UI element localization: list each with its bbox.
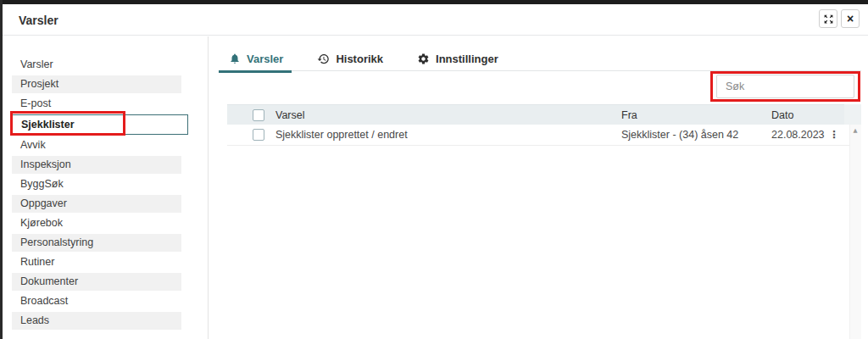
row-varsel: Sjekklister opprettet / endret — [275, 129, 621, 141]
table-scrollbar[interactable] — [849, 125, 861, 339]
sidebar-item-byggsok[interactable]: ByggSøk — [12, 175, 181, 193]
tab-historikk[interactable]: Historikk — [315, 47, 385, 70]
search-input[interactable] — [716, 75, 854, 98]
bell-icon — [229, 53, 241, 64]
sidebar-item-broadcast[interactable]: Broadcast — [12, 292, 181, 310]
modal-header: Varsler — [3, 4, 868, 36]
sidebar-item-rutiner[interactable]: Rutiner — [12, 253, 181, 271]
sidebar-item-inspeksjon[interactable]: Inspeksjon — [12, 156, 181, 174]
window-left-edge — [0, 0, 3, 339]
row-checkbox[interactable] — [253, 129, 264, 141]
tab-historikk-label: Historikk — [336, 53, 383, 65]
table-row[interactable]: Sjekklister opprettet / endret Sjekklist… — [227, 125, 861, 146]
tab-innstillinger-label: Innstillinger — [436, 53, 498, 65]
scroll-up-icon[interactable]: ▲ — [849, 127, 861, 134]
column-header-dato: Dato — [771, 109, 822, 121]
window-top-edge — [0, 0, 868, 4]
tab-innstillinger[interactable]: Innstillinger — [415, 47, 500, 70]
sidebar-item-varsler[interactable]: Varsler — [12, 56, 181, 74]
column-header-varsel: Varsel — [275, 109, 621, 121]
sidebar-item-oppgaver[interactable]: Oppgaver — [12, 195, 181, 213]
row-dato: 22.08.2023 — [771, 129, 822, 141]
history-icon — [317, 53, 330, 65]
sidebar-item-personalstyring[interactable]: Personalstyring — [12, 234, 181, 252]
sidebar-item-sjekklister[interactable]: Sjekklister — [12, 114, 188, 135]
tab-varsler[interactable]: Varsler — [227, 47, 285, 70]
select-all-checkbox[interactable] — [253, 109, 264, 121]
gear-icon — [417, 53, 430, 65]
modal-title: Varsler — [19, 14, 58, 27]
row-fra: Sjekklister - (34) åsen 42 — [621, 129, 771, 141]
table-header-corner — [844, 104, 861, 125]
sidebar-item-prosjekt[interactable]: Prosjekt — [12, 75, 181, 93]
sidebar-item-avvik[interactable]: Avvik — [12, 136, 181, 154]
close-button[interactable]: × — [841, 9, 860, 28]
sidebar: Varsler Prosjekt E-post Sjekklister Avvi… — [3, 36, 208, 339]
sidebar-item-dokumenter[interactable]: Dokumenter — [12, 273, 181, 291]
tab-varsler-label: Varsler — [247, 53, 283, 65]
table-header: Varsel Fra Dato — [227, 104, 861, 125]
expand-icon — [823, 14, 834, 25]
expand-button[interactable] — [819, 9, 837, 28]
sidebar-item-leads[interactable]: Leads — [12, 312, 181, 330]
sidebar-divider — [208, 36, 209, 339]
close-icon: × — [847, 13, 854, 25]
tab-bar: Varsler Historikk Innstillinger — [227, 47, 861, 71]
column-header-fra: Fra — [621, 109, 771, 121]
sidebar-item-kjorebok[interactable]: Kjørebok — [12, 214, 181, 232]
sidebar-item-epost[interactable]: E-post — [12, 95, 181, 113]
